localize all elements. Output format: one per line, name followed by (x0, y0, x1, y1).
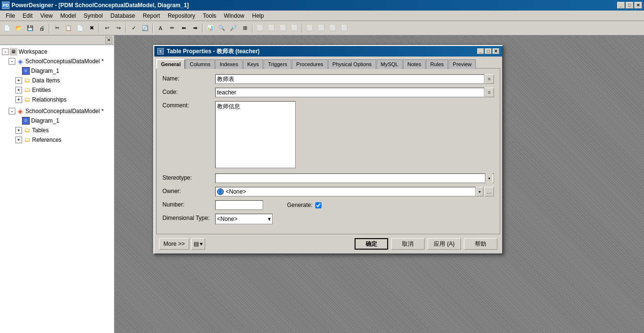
tree-item-references[interactable]: + 🗂 References (2, 135, 112, 145)
owner-input-display[interactable]: 👤 <None> (215, 187, 476, 196)
dialog-maximize[interactable]: □ (485, 48, 492, 54)
tb-zoomall[interactable]: ⊞ (240, 23, 250, 34)
sidebar-header: ✕ (0, 35, 114, 45)
window-controls: _ □ ✕ (617, 2, 642, 9)
tb-cut[interactable]: ✂ (52, 23, 62, 34)
tb-ext4[interactable]: ⬜ (289, 23, 300, 34)
tree-item-dataitems[interactable]: + 🗂 Data Items (2, 76, 112, 85)
expander-workspace[interactable]: - (2, 48, 9, 55)
tb-pencil[interactable]: ✏ (167, 23, 177, 34)
tab-triggers[interactable]: Triggers (264, 59, 291, 69)
menu-report[interactable]: Report (139, 11, 164, 20)
tb-zoom[interactable]: 🔍 (217, 23, 227, 34)
menu-edit[interactable]: Edit (19, 11, 36, 20)
tb-refresh[interactable]: 🔄 (140, 23, 150, 34)
minimize-btn[interactable]: _ (617, 2, 625, 9)
expander-cdm[interactable]: - (9, 58, 15, 65)
expander-dataitems[interactable]: + (15, 77, 22, 84)
tab-procedures[interactable]: Procedures (292, 59, 327, 69)
tree-item-diagram2[interactable]: D Diagram_1 (2, 116, 112, 126)
tb-text[interactable]: A (155, 23, 166, 34)
tree-item-tables[interactable]: + 🗂 Tables (2, 126, 112, 135)
tb-redo[interactable]: ↪ (113, 23, 124, 34)
tree-item-relationships[interactable]: + 🗂 Relationships (2, 95, 112, 104)
tree-item-entities[interactable]: + 🗂 Entities (2, 85, 112, 95)
dialog-minimize[interactable]: _ (477, 48, 484, 54)
expander-relationships[interactable]: + (15, 96, 22, 103)
tree-item-pdm[interactable]: - ◈ SchoolConceptualDataModel * (2, 106, 112, 116)
footer-left: More >> ▤ ▾ (159, 238, 205, 250)
tb-fwd[interactable]: ➡ (190, 23, 200, 34)
tb-save[interactable]: 💾 (25, 23, 35, 34)
owner-icon: 👤 (217, 188, 224, 195)
owner-dropdown-btn[interactable]: ▾ (476, 187, 483, 196)
code-expand-btn[interactable]: = (484, 88, 494, 97)
tb-check[interactable]: ✓ (128, 23, 139, 34)
tb-copy[interactable]: 📋 (63, 23, 74, 34)
form-row-owner: Owner: 👤 <None> ▾ … (162, 187, 494, 196)
tb-new[interactable]: 📄 (2, 23, 12, 34)
apply-button[interactable]: 应用 (A) (427, 238, 461, 250)
tree-item-workspace[interactable]: - 🖥 Workspace (2, 47, 112, 57)
tab-preview[interactable]: Preview (448, 59, 476, 69)
tb-ext2[interactable]: ⬜ (266, 23, 277, 34)
code-input[interactable] (215, 88, 484, 97)
menu-database[interactable]: Database (107, 11, 139, 20)
tb-undo[interactable]: ↩ (102, 23, 112, 34)
cancel-button[interactable]: 取消 (391, 238, 425, 250)
dialog-close[interactable]: ✕ (493, 48, 499, 54)
name-input[interactable] (215, 74, 484, 84)
tb-ext1[interactable]: ⬜ (255, 23, 265, 34)
tab-columns[interactable]: Columns (185, 59, 215, 69)
more-button[interactable]: More >> (159, 238, 189, 250)
tab-general[interactable]: General (156, 59, 185, 69)
tab-rules[interactable]: Rules (426, 59, 448, 69)
owner-browse-btn[interactable]: … (484, 187, 494, 196)
tb-chart[interactable]: 📊 (205, 23, 216, 34)
tb-open[interactable]: 📂 (13, 23, 24, 34)
tb-back[interactable]: ⬅ (178, 23, 189, 34)
tb-ext6[interactable]: ⬜ (316, 23, 327, 34)
comment-textarea[interactable]: 教师信息 (215, 101, 296, 168)
tab-keys[interactable]: Keys (243, 59, 263, 69)
tb-ext8[interactable]: ⬜ (339, 23, 350, 34)
expander-references[interactable]: + (15, 137, 22, 143)
menu-tools[interactable]: Tools (199, 11, 220, 20)
close-btn[interactable]: ✕ (634, 2, 642, 9)
tb-paste[interactable]: 📄 (75, 23, 85, 34)
confirm-button[interactable]: 确定 (355, 238, 388, 250)
help-button[interactable]: 帮助 (464, 238, 497, 250)
menu-view[interactable]: View (36, 11, 57, 20)
menu-repository[interactable]: Repository (164, 11, 199, 20)
menu-model[interactable]: Model (57, 11, 80, 20)
report-button[interactable]: ▤ ▾ (191, 238, 205, 250)
sidebar-close-btn[interactable]: ✕ (105, 37, 112, 44)
tb-ext5[interactable]: ⬜ (305, 23, 315, 34)
number-input[interactable] (215, 200, 263, 210)
menu-file[interactable]: File (2, 11, 19, 20)
tree-item-cdm[interactable]: - ◈ SchoolConceptualDataModel * (2, 57, 112, 66)
icon-pdm: ◈ (16, 107, 24, 115)
dimensional-select[interactable]: <None> ▾ (215, 214, 273, 224)
tree-item-diagram1[interactable]: D Diagram_1 (2, 66, 112, 76)
tab-physical[interactable]: Physical Options (328, 59, 376, 69)
tb-ext3[interactable]: ⬜ (278, 23, 288, 34)
tb-print[interactable]: 🖨 (36, 23, 47, 34)
tab-mysql[interactable]: MySQL (377, 59, 403, 69)
tab-notes[interactable]: Notes (403, 59, 426, 69)
maximize-btn[interactable]: □ (626, 2, 633, 9)
menu-help[interactable]: Help (248, 11, 268, 20)
expander-pdm[interactable]: - (9, 108, 15, 115)
tb-ext7[interactable]: ⬜ (328, 23, 338, 34)
tab-indexes[interactable]: Indexes (215, 59, 242, 69)
menu-window[interactable]: Window (220, 11, 248, 20)
stereotype-select[interactable]: ▾ (215, 173, 494, 183)
name-expand-btn[interactable]: = (484, 74, 494, 84)
tb-zoom2[interactable]: 🔎 (228, 23, 239, 34)
footer-right: 确定 取消 应用 (A) 帮助 (355, 238, 497, 250)
tb-delete[interactable]: ✖ (86, 23, 97, 34)
menu-symbol[interactable]: Symbol (80, 11, 107, 20)
expander-tables[interactable]: + (15, 127, 22, 134)
generate-checkbox[interactable] (315, 202, 322, 208)
expander-entities[interactable]: + (15, 87, 22, 93)
